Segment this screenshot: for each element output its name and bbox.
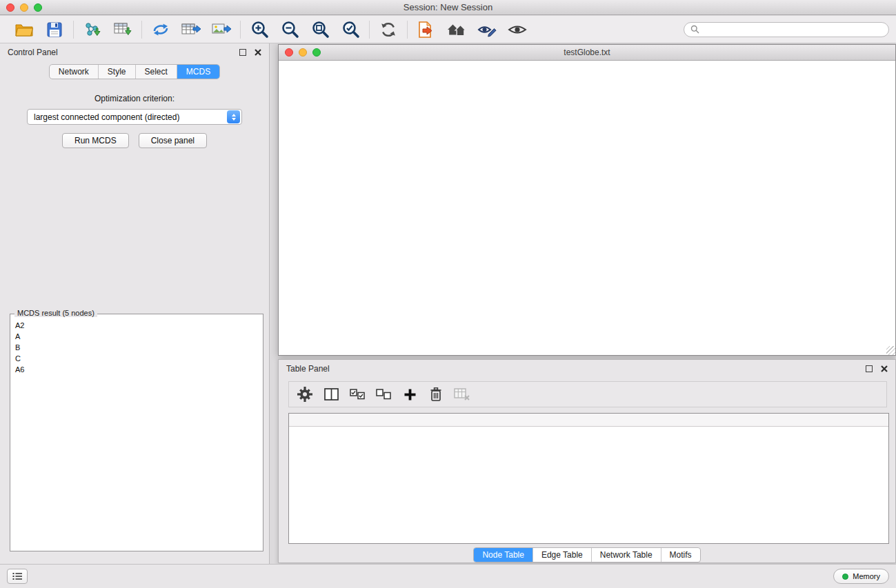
tab-style[interactable]: Style <box>98 65 135 79</box>
zoom-out-icon <box>281 20 299 39</box>
columns-button[interactable] <box>321 384 341 405</box>
network-zoom-icon[interactable] <box>312 48 321 57</box>
save-button[interactable] <box>43 19 66 41</box>
mcds-result-box: MCDS result (5 nodes) A2ABCA6 <box>10 314 263 551</box>
zoom-selected-button[interactable] <box>339 19 361 41</box>
export-document-icon <box>417 21 435 39</box>
tab-edge-table[interactable]: Edge Table <box>532 548 591 562</box>
export-network-button[interactable] <box>150 19 172 41</box>
refresh-button[interactable] <box>377 19 399 41</box>
main-toolbar <box>0 16 896 43</box>
result-item[interactable]: A <box>15 331 258 342</box>
export-table-icon <box>181 21 201 38</box>
select-all-icon <box>350 389 365 400</box>
minimize-window-icon[interactable] <box>20 3 28 12</box>
search-input[interactable] <box>703 25 882 34</box>
network-window-titlebar[interactable]: testGlobe.txt <box>279 45 895 61</box>
memory-button[interactable]: Memory <box>833 569 889 584</box>
list-icon <box>12 572 23 580</box>
mcds-result-list: A2ABCA6 <box>10 314 263 381</box>
delete-column-icon <box>430 387 442 402</box>
table-header-row <box>289 414 888 427</box>
tab-motifs[interactable]: Motifs <box>661 548 700 562</box>
export-document-button[interactable] <box>415 19 437 41</box>
tab-select[interactable]: Select <box>135 65 177 79</box>
select-all-button[interactable] <box>347 384 368 405</box>
zoom-in-button[interactable] <box>248 19 270 41</box>
close-panel-button[interactable]: Close panel <box>139 133 207 148</box>
zoom-window-icon[interactable] <box>34 3 42 12</box>
eye-button[interactable] <box>506 19 528 41</box>
result-item[interactable]: C <box>15 353 258 364</box>
export-image-icon <box>211 21 232 38</box>
home-button[interactable] <box>446 19 468 41</box>
control-panel-title: Control Panel <box>8 48 58 57</box>
refresh-icon <box>379 21 397 39</box>
zoom-fit-icon <box>311 20 330 39</box>
network-minimize-icon[interactable] <box>299 48 307 57</box>
eye-icon <box>508 23 527 37</box>
float-panel-icon[interactable] <box>239 49 246 56</box>
network-graph[interactable] <box>279 61 895 355</box>
result-item[interactable]: A2 <box>15 320 258 331</box>
add-column-icon <box>404 389 416 401</box>
open-folder-icon <box>15 22 33 37</box>
app-titlebar: Session: New Session <box>0 0 896 15</box>
resize-grip-icon[interactable] <box>886 346 895 355</box>
table-panel-header: Table Panel <box>279 360 895 378</box>
open-folder-button[interactable] <box>13 19 35 41</box>
zoom-fit-button[interactable] <box>309 19 331 41</box>
control-panel: Control Panel NetworkStyleSelectMCDS Opt… <box>0 43 270 564</box>
import-table-button[interactable] <box>112 19 134 41</box>
control-panel-tabs: NetworkStyleSelectMCDS <box>49 64 220 79</box>
close-window-icon[interactable] <box>6 3 14 12</box>
settings-gear-button[interactable] <box>295 384 315 405</box>
memory-label: Memory <box>853 572 880 580</box>
deselect-all-icon <box>376 389 391 400</box>
export-table-button[interactable] <box>180 19 202 41</box>
zoom-selected-icon <box>341 20 360 39</box>
save-icon <box>47 22 62 37</box>
deselect-all-button[interactable] <box>373 384 394 405</box>
zoom-out-button[interactable] <box>279 19 301 41</box>
session-title: Session: New Session <box>0 2 896 12</box>
table-body <box>289 427 888 543</box>
result-item[interactable]: A6 <box>15 364 258 375</box>
run-mcds-button[interactable]: Run MCDS <box>62 133 129 148</box>
import-table-icon <box>113 21 132 38</box>
dropdown-stepper-icon <box>227 110 240 123</box>
tab-network-table[interactable]: Network Table <box>591 548 661 562</box>
columns-icon <box>324 387 339 401</box>
delete-table-button[interactable] <box>452 384 472 405</box>
delete-column-button[interactable] <box>426 384 446 405</box>
mcds-result-title: MCDS result (5 nodes) <box>14 309 97 317</box>
control-panel-header: Control Panel <box>0 43 269 61</box>
float-table-panel-icon[interactable] <box>866 365 873 372</box>
tab-mcds[interactable]: MCDS <box>177 65 219 79</box>
import-network-icon <box>83 21 102 38</box>
table-panel: Table Panel Node TableEdge TableNetwork … <box>278 359 896 563</box>
table-panel-tabs: Node TableEdge TableNetwork TableMotifs <box>473 547 700 562</box>
add-column-button[interactable] <box>399 384 420 405</box>
search-icon <box>690 25 699 34</box>
export-image-button[interactable] <box>210 19 232 41</box>
tab-node-table[interactable]: Node Table <box>474 548 532 562</box>
network-window-title: testGlobe.txt <box>279 48 895 57</box>
zoom-in-icon <box>250 20 269 39</box>
close-panel-icon[interactable] <box>255 49 261 56</box>
network-close-icon[interactable] <box>285 48 293 57</box>
table-toolbar <box>288 381 887 407</box>
workspace: Control Panel NetworkStyleSelectMCDS Opt… <box>0 43 896 564</box>
import-network-button[interactable] <box>81 19 103 41</box>
status-bar: Memory <box>0 564 896 588</box>
search-field[interactable] <box>684 22 889 37</box>
show-hide-button[interactable] <box>476 19 498 41</box>
close-table-panel-icon[interactable] <box>881 365 888 372</box>
optimization-label: Optimization criterion: <box>0 94 269 103</box>
network-canvas[interactable] <box>279 61 895 355</box>
result-item[interactable]: B <box>15 342 258 353</box>
tab-network[interactable]: Network <box>50 65 98 79</box>
panel-list-button[interactable] <box>7 569 28 584</box>
criterion-dropdown[interactable]: largest connected component (directed) <box>27 109 242 125</box>
toolbar-buttons <box>6 19 536 41</box>
